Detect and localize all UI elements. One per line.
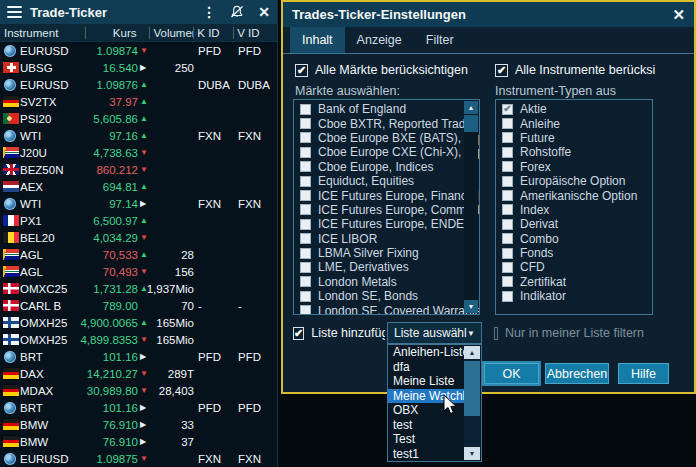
ticker-row[interactable]: BRT101.16▶PFDPFD [0,399,277,416]
column-kid[interactable]: K ID [193,27,233,39]
dropdown-item[interactable]: Test [388,432,465,447]
tab-filter[interactable]: Filter [414,27,466,53]
dropdown-item[interactable]: test [388,418,465,433]
checkbox-unchecked[interactable] [300,161,311,172]
ticker-row[interactable]: BMW76.910▶33 [0,416,277,433]
ticker-row[interactable]: AEX694.81▲ [0,178,277,195]
dropdown-item[interactable]: dfa [388,360,465,375]
instrument-type-item[interactable]: Indikator [496,289,652,303]
hamburger-menu-icon[interactable] [7,6,22,18]
ticker-row[interactable]: EURUSD1.09875▼FXNFXN [0,450,277,467]
instrument-type-item[interactable]: Index [496,203,652,217]
ticker-row[interactable]: UBSG16.540▶250 [0,59,277,76]
mute-bell-icon[interactable] [230,5,244,19]
tab-inhalt[interactable]: Inhalt [290,27,345,53]
ticker-row[interactable]: AGL70,493▼156 [0,263,277,280]
instrument-type-item[interactable]: Fonds [496,246,652,260]
scroll-down-icon[interactable]: ▼ [464,300,478,313]
column-volumen[interactable]: Volumen [149,27,193,39]
checkbox-unchecked[interactable] [502,176,513,187]
checkbox-unchecked[interactable] [300,204,311,215]
checkbox-unchecked[interactable] [502,204,513,215]
market-item[interactable]: ICE Futures Europe, Commoditie [294,203,479,217]
checkbox-unchecked[interactable] [300,118,311,129]
ticker-row[interactable]: J20U4,738.63▼ [0,144,277,161]
checkbox-unchecked[interactable] [502,248,513,259]
column-instrument[interactable]: Instrument [0,27,85,39]
checkbox-unchecked[interactable] [300,233,311,244]
market-item[interactable]: Cboe Europe, Indices [294,160,479,174]
instrument-type-item[interactable]: Anleihe [496,116,652,130]
ticker-row[interactable]: PX16,500.97▲ [0,212,277,229]
dropdown-item[interactable]: Anleihen-Liste [388,345,465,360]
list-select-combobox[interactable]: Liste auswähl ▼ [387,322,482,344]
market-item[interactable]: London SE, Bonds [294,289,479,303]
scrollbar-thumb[interactable] [464,361,480,416]
instrument-type-item[interactable]: Future [496,131,652,145]
instrument-type-item[interactable]: CFD [496,260,652,274]
instrument-type-item[interactable]: Derivat [496,217,652,231]
checkbox-checked[interactable]: ✔ [502,104,513,115]
scroll-up-icon[interactable]: ▲ [464,346,480,359]
market-item[interactable]: London Metals [294,275,479,289]
market-item[interactable]: Cboe BXTR, Reported Trades [294,116,479,130]
dropdown-item[interactable]: OBX [388,403,465,418]
checkbox-unchecked[interactable] [502,161,513,172]
checkbox-unchecked[interactable] [502,147,513,158]
column-vid[interactable]: V ID [233,27,277,39]
checkbox-unchecked[interactable] [300,147,311,158]
cancel-button[interactable]: Abbrechen [545,363,609,384]
market-item[interactable]: LME, Derivatives [294,260,479,274]
ticker-row[interactable]: CARL B789.0070-- [0,297,277,314]
checkbox-unchecked[interactable] [300,305,311,315]
checkbox-unchecked[interactable] [300,132,311,143]
instrument-type-item[interactable]: Forex [496,160,652,174]
checkbox-unchecked[interactable] [502,219,513,230]
market-item[interactable]: Equiduct, Equities [294,174,479,188]
dropdown-item[interactable]: Meine Watchlis [388,389,465,404]
scroll-down-icon[interactable]: ▼ [464,447,480,460]
ticker-close-icon[interactable]: ✕ [258,4,270,20]
checkbox-checked[interactable]: ✔ [293,327,304,340]
checkbox-checked[interactable]: ✔ [295,64,308,77]
checkbox-unchecked[interactable] [300,291,311,302]
market-item[interactable]: ICE Futures Europe, ENDEX [294,217,479,231]
scroll-up-icon[interactable]: ▲ [464,101,478,114]
ticker-row[interactable]: AGL70,533▲28 [0,246,277,263]
checkbox-unchecked[interactable] [502,291,513,302]
ticker-row[interactable]: OMXH254,899.8353▼165Mio [0,331,277,348]
checkbox-unchecked[interactable] [502,118,513,129]
instrument-type-item[interactable]: Combo [496,232,652,246]
instrument-type-item[interactable]: Zertifikat [496,275,652,289]
market-item[interactable]: ICE LIBOR [294,232,479,246]
instrument-type-item[interactable]: ✔Aktie [496,102,652,116]
instrument-type-item[interactable]: Rohstoffe [496,145,652,159]
ticker-row[interactable]: WTI97.16▲FXNFXN [0,127,277,144]
ticker-row[interactable]: PSI205,605.86▲ [0,110,277,127]
ticker-row[interactable]: OMXC251,731.28▲1,937Mio [0,280,277,297]
checkbox-unchecked[interactable] [300,248,311,259]
instrument-type-item[interactable]: Amerikanische Option [496,188,652,202]
checkbox-unchecked[interactable] [300,104,311,115]
instrument-type-item[interactable]: Europäische Option [496,174,652,188]
ticker-row[interactable]: EURUSD1.09876▲DUBADUBA [0,76,277,93]
checkbox-unchecked[interactable] [502,233,513,244]
market-item[interactable]: London SE, Covered Warrants [294,303,479,315]
dialog-close-icon[interactable]: ✕ [672,6,685,24]
add-list-checkbox[interactable]: ✔ Liste hinzufüge [293,326,385,340]
all-instruments-checkbox[interactable]: ✔ Alle Instrumente berücksi [495,63,655,77]
checkbox-unchecked[interactable] [502,190,513,201]
dropdown-scrollbar[interactable]: ▲ ▼ [464,346,480,460]
market-item[interactable]: LBMA Silver Fixing [294,246,479,260]
checkbox-unchecked[interactable] [300,262,311,273]
all-markets-checkbox[interactable]: ✔ Alle Märkte berücksichtigen [295,63,468,77]
ticker-row[interactable]: BEL204,034.29▼ [0,229,277,246]
ticker-row[interactable]: EURUSD1.09874▼PFDPFD [0,42,277,59]
ticker-row[interactable]: WTI97.14▶FXNFXN [0,195,277,212]
market-item[interactable]: Cboe Europe CXE (Chi-X), Equi [294,145,479,159]
ticker-row[interactable]: BRT101.16▶PFDPFD [0,348,277,365]
column-kurs[interactable]: Kurs [85,27,150,39]
market-item[interactable]: ICE Futures Europe, Financials [294,188,479,202]
markets-scrollbar[interactable]: ▲ ▼ [464,101,478,313]
market-item[interactable]: Bank of England [294,102,479,116]
